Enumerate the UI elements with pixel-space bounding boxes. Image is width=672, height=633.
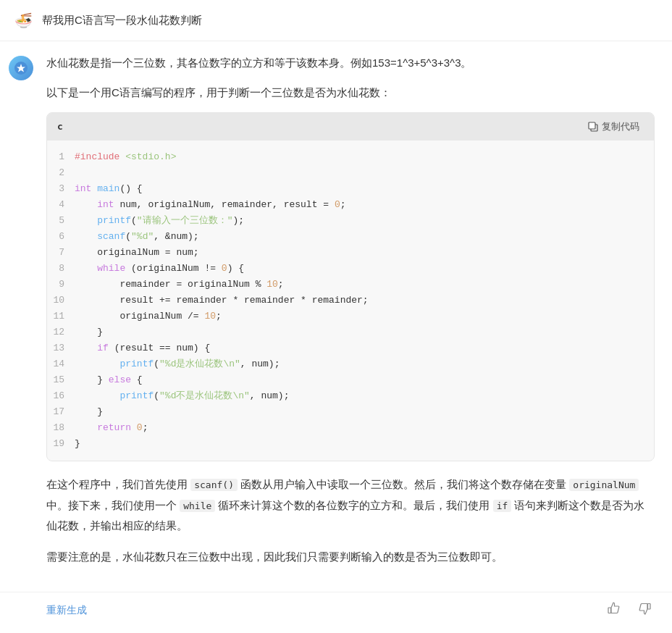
content-col: 水仙花数是指一个三位数，其各位数字的立方和等于该数本身。例如153=1^3+5^… [41, 41, 672, 589]
page-wrapper: 🍜 帮我用C语言写一段水仙花数判断 水仙花数是指一个三位数，其各位数字的立方和等… [0, 0, 672, 633]
explanation-para2: 需要注意的是，水仙花数只在三位数中出现，因此我们只需要判断输入的数是否为三位数即… [46, 547, 655, 568]
copy-button[interactable]: 复制代码 [584, 119, 644, 135]
code-line: 17 } [47, 404, 654, 420]
code-line: 11 originalNum /= 10; [47, 309, 654, 324]
header: 🍜 帮我用C语言写一段水仙花数判断 [0, 0, 672, 41]
code-line: 12 } [47, 324, 654, 340]
svg-rect-4 [648, 604, 651, 610]
inline-code-while: while [180, 500, 215, 512]
svg-rect-3 [608, 608, 611, 613]
inline-code-if: if [493, 500, 512, 512]
explanation-para1: 在这个程序中，我们首先使用 scanf() 函数从用户输入中读取一个三位数。然后… [46, 474, 655, 537]
svg-rect-2 [589, 122, 595, 129]
bottom-bar: 重新生成 [0, 592, 672, 628]
code-line: 15 } else { [47, 372, 654, 388]
code-line: 18 return 0; [47, 420, 654, 436]
avatar [9, 56, 33, 80]
main-content: 水仙花数是指一个三位数，其各位数字的立方和等于该数本身。例如153=1^3+5^… [0, 41, 672, 589]
header-title: 帮我用C语言写一段水仙花数判断 [42, 12, 202, 29]
dislike-icon [637, 601, 652, 616]
code-line: 13 if (result == num) { [47, 340, 654, 356]
code-line: 16 printf("%d不是水仙花数\n", num); [47, 388, 654, 404]
code-line: 7 originalNum = num; [47, 245, 654, 261]
code-block-wrapper: c 复制代码 1 #include <stdio.h> [46, 112, 655, 461]
code-line: 3 int main() { [47, 181, 654, 197]
code-lang: c [57, 120, 63, 135]
code-line: 4 int num, originalNum, remainder, resul… [47, 197, 654, 213]
action-buttons [604, 600, 655, 621]
code-line: 2 [47, 165, 654, 181]
inline-code-scanf: scanf() [190, 479, 238, 491]
code-line: 1 #include <stdio.h> [47, 149, 654, 165]
code-line: 19 } [47, 436, 654, 452]
header-icon: 🍜 [12, 9, 35, 32]
regenerate-button[interactable]: 重新生成 [46, 604, 87, 617]
dislike-button[interactable] [634, 600, 655, 621]
code-body: 1 #include <stdio.h> 2 3 int main() { 4 … [47, 141, 654, 461]
copy-icon [588, 122, 598, 132]
intro-line-1: 水仙花数是指一个三位数，其各位数字的立方和等于该数本身。例如153=1^3+5^… [46, 53, 655, 72]
like-button[interactable] [604, 600, 624, 621]
code-line: 9 remainder = originalNum % 10; [47, 277, 654, 293]
avatar-col [0, 41, 41, 589]
code-header: c 复制代码 [47, 113, 654, 141]
code-line: 8 while (originalNum != 0) { [47, 261, 654, 277]
like-icon [607, 601, 621, 616]
code-line: 5 printf("请输入一个三位数："); [47, 213, 654, 229]
code-line: 6 scanf("%d", &num); [47, 229, 654, 245]
code-line: 14 printf("%d是水仙花数\n", num); [47, 356, 654, 372]
inline-code-originalnum: originalNum [569, 479, 639, 491]
code-line: 10 result += remainder * remainder * rem… [47, 293, 654, 309]
intro-line-2: 以下是一个用C语言编写的程序，用于判断一个三位数是否为水仙花数： [46, 83, 655, 102]
